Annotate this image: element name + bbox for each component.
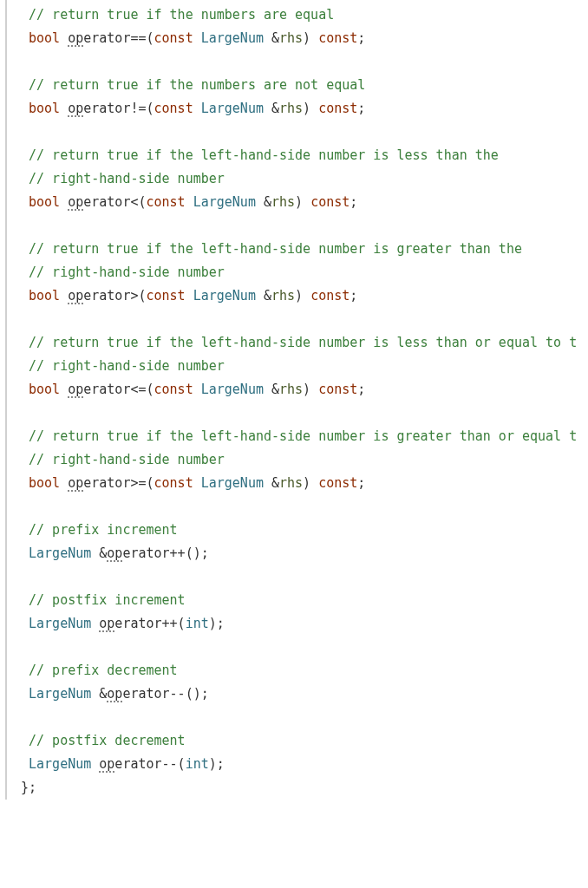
keyword-bool: bool — [29, 30, 60, 46]
type-largenum: LargeNum — [201, 30, 264, 46]
paren-close: ) — [303, 101, 310, 116]
paren-open: ( — [178, 756, 186, 772]
semicolon: ; — [201, 545, 209, 561]
comment: // return true if the left-hand-side num… — [29, 335, 577, 350]
lint-warning: op — [68, 102, 83, 117]
semicolon: ; — [357, 30, 365, 46]
type-largenum: LargeNum — [201, 382, 264, 397]
lint-warning: op — [68, 32, 83, 47]
paren-close: ) — [303, 382, 310, 397]
type-int: int — [186, 616, 209, 631]
paren-close: ) — [209, 616, 217, 631]
keyword-bool: bool — [29, 382, 60, 397]
keyword-const: const — [154, 30, 193, 46]
comment: // postfix decrement — [29, 733, 186, 748]
comment: // right-hand-side number — [29, 264, 225, 280]
operator-name: erator++ — [122, 545, 185, 561]
operator-name: erator== — [83, 30, 146, 46]
ampersand: & — [264, 288, 271, 304]
paren-close: ) — [295, 194, 303, 210]
blank-line — [21, 308, 588, 331]
paren-close: ) — [303, 475, 310, 491]
comment: // postfix increment — [29, 592, 186, 608]
ampersand: & — [99, 686, 107, 702]
blank-line — [21, 495, 588, 519]
param-rhs: rhs — [271, 288, 295, 304]
keyword-const: const — [318, 475, 357, 491]
blank-line — [21, 121, 588, 144]
comment: // return true if the left-hand-side num… — [29, 147, 499, 163]
keyword-const: const — [310, 288, 350, 304]
paren-open: ( — [178, 616, 186, 631]
class-close: }; — [21, 780, 36, 795]
code-line: LargeNum &operator--(); — [21, 682, 588, 706]
operator-name: erator-- — [114, 756, 177, 772]
comment: // prefix increment — [29, 522, 178, 538]
keyword-bool: bool — [29, 475, 60, 491]
keyword-const: const — [310, 194, 350, 210]
paren-open: ( — [146, 30, 154, 46]
paren-close: ) — [193, 545, 201, 561]
paren-open: ( — [186, 686, 193, 702]
semicolon: ; — [217, 756, 225, 772]
keyword-bool: bool — [29, 288, 60, 304]
code-line: // return true if the left-hand-side num… — [21, 425, 588, 448]
type-largenum: LargeNum — [29, 686, 91, 702]
lint-warning: op — [107, 547, 122, 562]
operator-name: erator< — [83, 194, 138, 210]
paren-close: ) — [193, 686, 201, 702]
comment: // return true if the left-hand-side num… — [29, 428, 577, 444]
type-largenum: LargeNum — [29, 616, 91, 631]
code-line: bool operator!=(const LargeNum &rhs) con… — [21, 97, 588, 121]
operator-name: erator> — [83, 288, 138, 304]
ampersand: & — [264, 194, 271, 210]
ampersand: & — [271, 101, 279, 116]
param-rhs: rhs — [271, 194, 295, 210]
semicolon: ; — [357, 475, 365, 491]
ampersand: & — [271, 382, 279, 397]
paren-open: ( — [186, 545, 193, 561]
comment: // right-hand-side number — [29, 452, 225, 467]
ampersand: & — [271, 475, 279, 491]
comment: // return true if the numbers are not eq… — [29, 77, 365, 93]
keyword-const: const — [146, 288, 185, 304]
param-rhs: rhs — [279, 475, 303, 491]
operator-name: erator>= — [83, 475, 146, 491]
code-line: LargeNum operator--(int); — [21, 753, 588, 776]
keyword-const: const — [154, 101, 193, 116]
keyword-const: const — [318, 30, 357, 46]
param-rhs: rhs — [279, 382, 303, 397]
code-line: // postfix increment — [21, 589, 588, 612]
param-rhs: rhs — [279, 30, 303, 46]
blank-line — [21, 706, 588, 729]
lint-warning: op — [68, 383, 83, 398]
lint-warning: op — [68, 196, 83, 211]
semicolon: ; — [350, 288, 357, 304]
semicolon: ; — [350, 194, 357, 210]
comment: // prefix decrement — [29, 663, 178, 678]
keyword-const: const — [318, 382, 357, 397]
code-line: // return true if the numbers are equal — [21, 3, 588, 27]
paren-close: ) — [295, 288, 303, 304]
code-block: // return true if the numbers are equalb… — [5, 0, 588, 800]
code-line: bool operator>=(const LargeNum &rhs) con… — [21, 472, 588, 495]
comment: // return true if the numbers are equal — [29, 7, 334, 23]
type-largenum: LargeNum — [29, 756, 91, 772]
code-line: bool operator<(const LargeNum &rhs) cons… — [21, 191, 588, 214]
type-int: int — [186, 756, 209, 772]
lint-warning: op — [68, 290, 83, 304]
semicolon: ; — [357, 101, 365, 116]
code-line: // return true if the numbers are not eq… — [21, 74, 588, 97]
code-line: }; — [21, 776, 588, 800]
blank-line — [21, 565, 588, 589]
type-largenum: LargeNum — [193, 288, 256, 304]
keyword-const: const — [154, 382, 193, 397]
code-line: // right-hand-side number — [21, 167, 588, 191]
operator-name: erator-- — [122, 686, 185, 702]
lint-warning: op — [107, 688, 122, 702]
paren-close: ) — [209, 756, 217, 772]
keyword-bool: bool — [29, 194, 60, 210]
type-largenum: LargeNum — [29, 545, 91, 561]
blank-line — [21, 636, 588, 659]
blank-line — [21, 50, 588, 74]
